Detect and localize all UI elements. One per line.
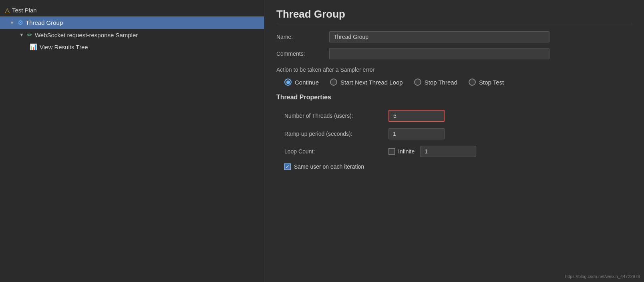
action-label: Action to be taken after a Sampler error	[276, 66, 632, 73]
ramp-up-label: Ramp-up period (seconds):	[284, 131, 388, 137]
radio-group: Continue Start Next Thread Loop Stop Thr…	[284, 79, 632, 86]
flask-icon: △	[5, 6, 10, 14]
infinite-checkbox-group: Infinite	[388, 148, 415, 155]
arrow-icon: ▼	[10, 20, 14, 26]
name-label: Name:	[276, 34, 324, 40]
radio-start-next[interactable]: Start Next Thread Loop	[330, 79, 403, 86]
same-user-label: Same user on each iteration	[294, 163, 364, 170]
thread-group-label: Thread Group	[26, 19, 63, 26]
radio-stop-test-label: Stop Test	[479, 79, 504, 86]
tree-item-view-results[interactable]: 📊 View Results Tree	[0, 41, 264, 53]
num-threads-row: Number of Threads (users):	[276, 110, 632, 122]
infinite-checkbox[interactable]	[388, 148, 395, 155]
num-threads-input[interactable]	[388, 110, 445, 122]
radio-circle-continue	[284, 79, 292, 86]
tree-item-thread-group[interactable]: ▼ ⚙ Thread Group	[0, 16, 264, 29]
websocket-sampler-label: WebSocket request-response Sampler	[35, 32, 138, 38]
loop-count-row: Loop Count: Infinite	[276, 146, 632, 157]
thread-properties-title: Thread Properties	[276, 94, 632, 103]
watermark: https://blog.csdn.net/weixin_44722978	[565, 274, 640, 279]
left-panel: △ Test Plan ▼ ⚙ Thread Group ▼ ✏ WebSock…	[0, 0, 264, 282]
name-row: Name:	[276, 31, 632, 42]
comments-label: Comments:	[276, 50, 324, 57]
same-user-checkbox[interactable]: ✓	[284, 163, 291, 170]
radio-circle-start-next	[330, 79, 337, 86]
comments-input[interactable]	[329, 48, 549, 59]
gear-icon: ⚙	[18, 19, 23, 26]
same-user-row: ✓ Same user on each iteration	[276, 163, 632, 170]
loop-count-input[interactable]	[420, 146, 476, 157]
right-panel: Thread Group Name: Comments: Action to b…	[264, 0, 644, 282]
tree-item-test-plan[interactable]: △ Test Plan	[0, 4, 264, 16]
num-threads-label: Number of Threads (users):	[284, 113, 388, 119]
radio-stop-thread-label: Stop Thread	[425, 79, 457, 86]
radio-start-next-label: Start Next Thread Loop	[340, 79, 403, 86]
same-user-checkbox-group: ✓ Same user on each iteration	[284, 163, 364, 170]
arrow-icon-2: ▼	[19, 32, 24, 38]
ramp-up-input[interactable]	[388, 128, 445, 139]
comments-row: Comments:	[276, 48, 632, 59]
radio-circle-stop-test	[469, 79, 476, 86]
radio-stop-test[interactable]: Stop Test	[469, 79, 504, 86]
radio-stop-thread[interactable]: Stop Thread	[414, 79, 457, 86]
name-input[interactable]	[329, 31, 549, 42]
radio-continue-label: Continue	[295, 79, 319, 86]
loop-count-label: Loop Count:	[284, 148, 388, 155]
pencil-icon: ✏	[27, 31, 32, 38]
infinite-label: Infinite	[398, 148, 415, 155]
tree-item-websocket-sampler[interactable]: ▼ ✏ WebSocket request-response Sampler	[0, 29, 264, 41]
view-results-label: View Results Tree	[40, 44, 88, 50]
panel-title: Thread Group	[276, 8, 632, 23]
test-plan-label: Test Plan	[12, 7, 37, 14]
radio-circle-stop-thread	[414, 79, 421, 86]
chart-icon: 📊	[30, 43, 37, 50]
radio-continue[interactable]: Continue	[284, 79, 319, 86]
ramp-up-row: Ramp-up period (seconds):	[276, 128, 632, 139]
